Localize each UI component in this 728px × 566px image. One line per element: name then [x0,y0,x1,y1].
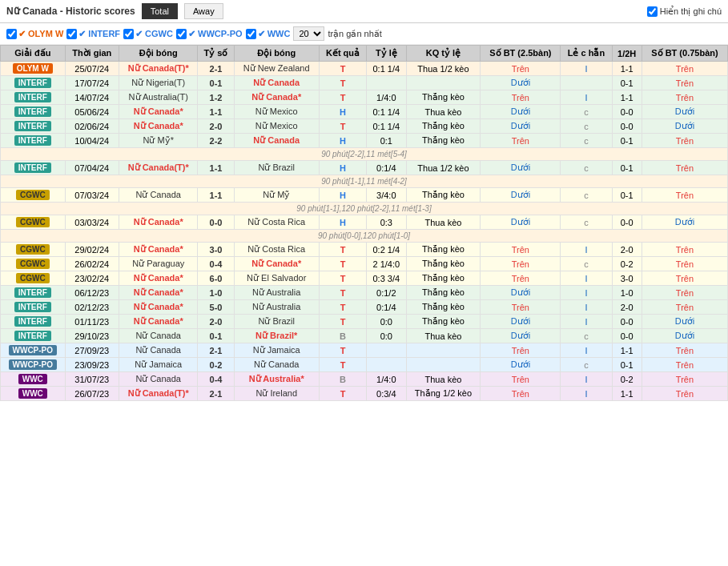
table-row: CGWC 23/02/24 Nữ Canada* 6-0 Nữ El Salva… [1,271,728,286]
team1-cell: Nữ Canada* [119,286,198,300]
team2-cell: Nữ Brazil* [234,329,319,343]
h12-cell: 1-1 [612,387,642,401]
sobt075-cell: Trên [642,358,727,372]
sobt075-cell: Trên [642,300,727,315]
tyle-cell [367,343,406,358]
date-cell: 31/07/23 [65,372,119,387]
result-cell: H [319,215,366,230]
comp-cell: INTERF [1,161,66,175]
h12-cell: 0-0 [612,315,642,329]
team2-cell: Nữ Australia* [234,372,319,387]
tab-total[interactable]: Total [142,3,178,19]
result-cell: H [319,105,366,119]
col-sobt25: Số BT (2.5bàn) [481,46,561,62]
result-cell: T [319,300,366,315]
sobt25-cell: Trên [481,372,561,387]
subrow: 90 phút[1-1],120 phút[2-2],11 mét[1-3] [1,203,728,215]
show-notes-checkbox[interactable] [647,6,658,17]
checkbox-wwcppo[interactable] [176,29,187,39]
sobt25-cell: Trên [481,387,561,401]
kqtyle-cell: Thua kèo [406,329,481,343]
team1-cell: Nữ Canada* [119,271,198,286]
team2-cell: Nữ Canada [234,358,319,372]
score-cell: 2-2 [198,134,234,148]
col-lechan: Lẻ c hẵn [561,46,612,62]
h12-cell: 1-1 [612,90,642,105]
kqtyle-cell: Thắng kèo [406,119,481,134]
subrow-text: 90 phút[1-1],11 mét[4-2] [1,175,728,188]
date-cell: 25/07/24 [65,62,119,76]
header-bar: Nữ Canada - Historic scores Total Away H… [0,0,728,23]
tyle-cell: 0:3/4 [367,387,406,401]
team1-cell: Nữ Canada* [119,215,198,230]
count-select[interactable]: 20 10 30 [293,26,324,41]
score-cell: 0-4 [198,372,234,387]
team1-cell: Nữ Mỹ* [119,134,198,148]
score-cell: 5-0 [198,300,234,315]
table-row: INTERF 17/07/24 Nữ Nigeria(T) 0-1 Nữ Can… [1,76,728,90]
comp-cell: WWCP-PO [1,343,66,358]
result-cell: T [319,387,366,401]
lec-cell: I [561,372,612,387]
date-cell: 23/09/23 [65,358,119,372]
sobt25-cell: Trên [481,343,561,358]
score-cell: 2-1 [198,62,234,76]
result-cell: T [319,358,366,372]
lec-cell: c [561,329,612,343]
h12-cell: 0-0 [612,215,642,230]
date-cell: 07/03/24 [65,188,119,203]
subrow: 90 phút[0-0],120 phút[1-0] [1,230,728,243]
subrow: 90 phút[1-1],11 mét[4-2] [1,175,728,188]
filter-interf: ✔ INTERF [66,29,120,39]
checkbox-cgwc[interactable] [123,29,134,39]
col-doibong1: Đội bóng [119,46,198,62]
show-notes-label[interactable]: Hiển thị ghi chú [647,6,722,17]
lec-cell: c [561,215,612,230]
label-cgwc: ✔ CGWC [135,29,173,39]
tab-away[interactable]: Away [184,3,223,19]
result-cell: T [319,243,366,257]
sobt075-cell: Dưới [642,105,727,119]
table-row: INTERF 02/06/24 Nữ Canada* 2-0 Nữ Mexico… [1,119,728,134]
table-row: INTERF 14/07/24 Nữ Australia(T) 1-2 Nữ C… [1,90,728,105]
sobt25-cell: Dưới [481,105,561,119]
col-tyso: Tỷ số [198,46,234,62]
h12-cell: 0-1 [612,188,642,203]
checkbox-interf[interactable] [66,29,77,39]
date-cell: 26/07/23 [65,387,119,401]
sobt25-cell: Dưới [481,161,561,175]
kqtyle-cell: Thắng kèo [406,90,481,105]
score-cell: 2-0 [198,119,234,134]
comp-cell: INTERF [1,76,66,90]
sobt075-cell: Trên [642,271,727,286]
kqtyle-cell [406,358,481,372]
table-row: OLYM W 25/07/24 Nữ Canada(T)* 2-1 Nữ New… [1,62,728,76]
h12-cell: 1-1 [612,343,642,358]
table-row: INTERF 05/06/24 Nữ Canada* 1-1 Nữ Mexico… [1,105,728,119]
team1-cell: Nữ Jamaica [119,358,198,372]
kqtyle-cell: Thắng kèo [406,188,481,203]
sobt25-cell: Dưới [481,215,561,230]
tyle-cell: 0:1/4 [367,300,406,315]
checkbox-olymw[interactable] [6,29,17,39]
comp-cell: INTERF [1,119,66,134]
checkbox-wwc[interactable] [246,29,256,39]
tyle-cell: 0:3 [367,215,406,230]
kqtyle-cell: Thua 1/2 kèo [406,161,481,175]
team1-cell: Nữ Canada [119,329,198,343]
tyle-cell: 0:3 3/4 [367,271,406,286]
h12-cell: 0-1 [612,358,642,372]
team1-cell: Nữ Canada [119,343,198,358]
kqtyle-cell [406,343,481,358]
label-olymw: ✔ OLYM W [18,29,63,39]
team1-cell: Nữ Canada [119,188,198,203]
table-row: WWCP-PO 23/09/23 Nữ Jamaica 0-2 Nữ Canad… [1,358,728,372]
scores-table: Giải đấu Thời gian Đội bóng Tỷ số Đội bó… [0,45,728,401]
comp-cell: INTERF [1,105,66,119]
h12-cell: 0-1 [612,76,642,90]
score-cell: 2-0 [198,315,234,329]
sobt075-cell: Trên [642,161,727,175]
tyle-cell: 0:2 1/4 [367,243,406,257]
h12-cell: 0-2 [612,372,642,387]
sobt25-cell: Trên [481,62,561,76]
